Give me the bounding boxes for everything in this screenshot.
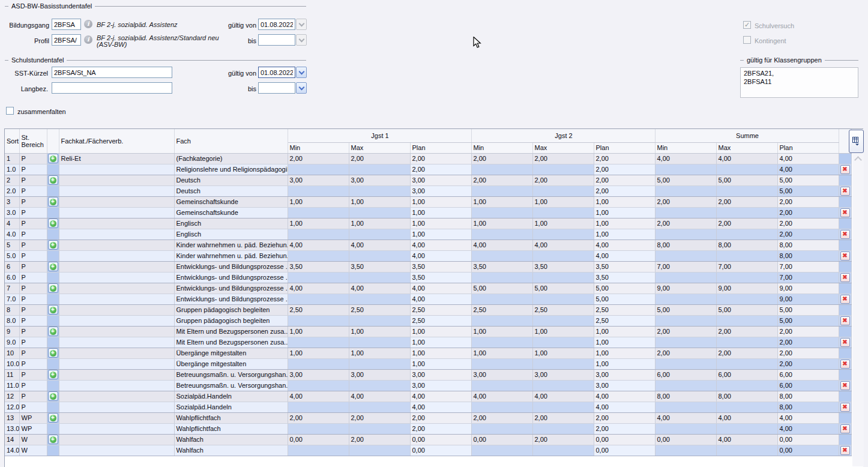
- cell-st-bereich[interactable]: P: [19, 315, 47, 326]
- cell-j1-plan[interactable]: 3,50: [410, 261, 471, 272]
- cell-sum-plan[interactable]: 2,00: [777, 218, 839, 229]
- cell-j1-plan[interactable]: 4,00: [410, 402, 471, 412]
- col-header-fach[interactable]: Fach: [174, 129, 288, 153]
- cell-sum-plan[interactable]: 9,00: [777, 283, 839, 294]
- cell-j1-max[interactable]: 3,00: [349, 369, 410, 380]
- cell-sum-min[interactable]: 7,00: [655, 261, 716, 272]
- cell-fachkat[interactable]: [59, 272, 174, 283]
- cell-j1-plan[interactable]: 1,00: [410, 207, 471, 218]
- cell-fachkat[interactable]: [59, 391, 174, 402]
- cell-j2-plan[interactable]: 1,00: [594, 358, 655, 369]
- cell-sum-plan[interactable]: 7,00: [777, 261, 839, 272]
- cell-fachkat[interactable]: [59, 261, 174, 272]
- cell-j1-plan[interactable]: 1,00: [410, 196, 471, 207]
- add-fach-button[interactable]: +: [48, 175, 58, 185]
- cell-st-bereich[interactable]: P: [19, 402, 47, 412]
- cell-j1-min[interactable]: 3,50: [288, 261, 349, 272]
- cell-j1-plan[interactable]: 1,00: [410, 218, 471, 229]
- delete-row-button[interactable]: ✖: [840, 338, 850, 347]
- cell-st-bereich[interactable]: P: [19, 185, 47, 196]
- cell-j2-max[interactable]: 4,00: [532, 391, 594, 402]
- cell-sum-max[interactable]: 5,00: [716, 175, 777, 185]
- cell-sum-plan[interactable]: 2,00: [777, 326, 839, 337]
- vertical-scrollbar[interactable]: [852, 154, 864, 466]
- cell-fach[interactable]: Gruppen pädagogisch begleiten: [174, 315, 288, 326]
- cell-j2-min[interactable]: 2,00: [471, 412, 532, 423]
- cell-fach[interactable]: Übergänge mitgestalten: [174, 348, 288, 358]
- col-header-plan[interactable]: Plan: [777, 142, 839, 153]
- cell-j2-min[interactable]: 3,50: [471, 261, 532, 272]
- cell-fachkat[interactable]: [59, 348, 174, 358]
- add-fach-button[interactable]: +: [48, 348, 58, 358]
- add-fach-button[interactable]: +: [48, 370, 58, 379]
- bildungsgang-input[interactable]: [52, 19, 81, 30]
- cell-j2-plan[interactable]: 4,00: [594, 402, 655, 412]
- klassengruppen-list[interactable]: 2BFSA21, 2BFSA11: [740, 67, 858, 98]
- cell-sum-max[interactable]: 7,00: [716, 261, 777, 272]
- cell-sum-plan[interactable]: 8,00: [777, 391, 839, 402]
- cell-j1-min[interactable]: 4,00: [288, 240, 349, 250]
- cell-st-bereich[interactable]: P: [19, 391, 47, 402]
- cell-sort[interactable]: 10: [5, 348, 19, 358]
- basis-bis-input[interactable]: [258, 34, 295, 46]
- cell-fach[interactable]: Entwicklungs- und Bildungsprozesse ...: [174, 272, 288, 283]
- cell-j2-min[interactable]: 2,00: [471, 175, 532, 185]
- cell-j2-max[interactable]: 2,00: [532, 434, 594, 445]
- cell-j1-plan[interactable]: 1,00: [410, 358, 471, 369]
- delete-row-button[interactable]: ✖: [840, 208, 850, 217]
- sst-kuerzel-input[interactable]: [52, 67, 172, 78]
- cell-j1-max[interactable]: 4,00: [349, 240, 410, 250]
- cell-j2-min[interactable]: 3,00: [471, 369, 532, 380]
- cell-sort[interactable]: 8.0: [5, 315, 19, 326]
- cell-st-bereich[interactable]: P: [19, 218, 47, 229]
- cell-fachkat[interactable]: [59, 283, 174, 294]
- cell-st-bereich[interactable]: P: [19, 380, 47, 391]
- col-header-max[interactable]: Max: [716, 142, 777, 153]
- cell-sort[interactable]: 9.0: [5, 337, 19, 348]
- cell-j2-max[interactable]: 1,00: [532, 326, 594, 337]
- cell-fach[interactable]: Wahlfach: [174, 434, 288, 445]
- cell-j2-plan[interactable]: 5,00: [594, 283, 655, 294]
- cell-j1-plan[interactable]: 0,00: [410, 445, 471, 456]
- cell-fach[interactable]: Wahlpflichtfach: [174, 412, 288, 423]
- cell-fachkat[interactable]: [59, 402, 174, 412]
- cell-j1-min[interactable]: 4,00: [288, 391, 349, 402]
- cell-st-bereich[interactable]: P: [19, 348, 47, 358]
- cell-fach[interactable]: Englisch: [174, 218, 288, 229]
- delete-row-button[interactable]: ✖: [840, 295, 850, 304]
- cell-j1-min[interactable]: 1,00: [288, 326, 349, 337]
- col-header-plan[interactable]: Plan: [594, 142, 655, 153]
- cell-fachkat[interactable]: [59, 337, 174, 348]
- add-fach-button[interactable]: +: [48, 305, 58, 315]
- cell-sort[interactable]: 11.0: [5, 380, 19, 391]
- cell-j2-max[interactable]: 3,50: [532, 261, 594, 272]
- cell-fachkat[interactable]: [59, 369, 174, 380]
- cell-j2-plan[interactable]: 2,00: [594, 412, 655, 423]
- cell-sum-plan[interactable]: 0,00: [777, 434, 839, 445]
- cell-j1-plan[interactable]: 3,00: [410, 175, 471, 185]
- cell-sum-min[interactable]: 0,00: [655, 434, 716, 445]
- cell-st-bereich[interactable]: P: [19, 272, 47, 283]
- cell-fach[interactable]: Wahlpflichtfach: [174, 423, 288, 434]
- cell-sort[interactable]: 1.0: [5, 164, 19, 175]
- cell-j1-min[interactable]: 1,00: [288, 196, 349, 207]
- cell-j1-plan[interactable]: 4,00: [410, 240, 471, 250]
- cell-fachkat[interactable]: Reli-Et: [59, 153, 174, 164]
- cell-j2-min[interactable]: 2,00: [471, 153, 532, 164]
- add-fach-button[interactable]: +: [48, 154, 58, 163]
- delete-row-button[interactable]: ✖: [840, 273, 850, 282]
- cell-j2-plan[interactable]: 1,00: [594, 337, 655, 348]
- cell-j1-min[interactable]: 0,00: [288, 434, 349, 445]
- cell-fach[interactable]: Sozialpäd.Handeln: [174, 391, 288, 402]
- cell-fach[interactable]: Entwicklungs- und Bildungsprozesse ...: [174, 261, 288, 272]
- cell-st-bereich[interactable]: P: [19, 261, 47, 272]
- cell-st-bereich[interactable]: P: [19, 358, 47, 369]
- delete-row-button[interactable]: ✖: [840, 165, 850, 174]
- cell-sum-max[interactable]: 6,00: [716, 369, 777, 380]
- delete-row-button[interactable]: ✖: [840, 381, 850, 390]
- cell-sum-max[interactable]: 5,00: [716, 304, 777, 315]
- col-group-jgst1[interactable]: Jgst 1: [288, 129, 471, 142]
- col-header-sort[interactable]: Sort.: [5, 129, 19, 153]
- delete-row-button[interactable]: ✖: [840, 360, 850, 369]
- add-fach-button[interactable]: +: [48, 262, 58, 271]
